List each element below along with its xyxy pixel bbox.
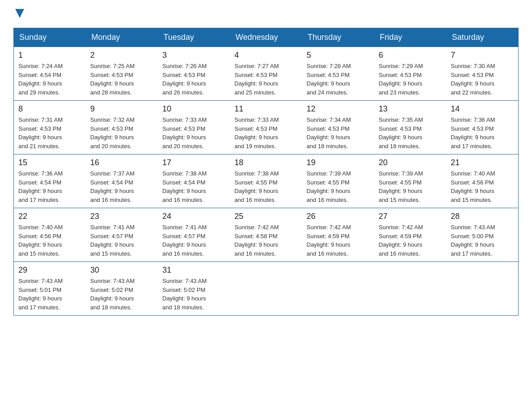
day-info: Sunrise: 7:35 AM Sunset: 4:53 PM Dayligh… — [379, 116, 442, 150]
calendar-cell: 4 Sunrise: 7:27 AM Sunset: 4:53 PM Dayli… — [230, 47, 302, 101]
logo-triangle-icon — [15, 9, 24, 18]
calendar-cell: 22 Sunrise: 7:40 AM Sunset: 4:56 PM Dayl… — [14, 208, 86, 262]
day-number: 16 — [90, 158, 154, 167]
calendar-cell: 15 Sunrise: 7:36 AM Sunset: 4:54 PM Dayl… — [14, 154, 86, 208]
calendar-cell: 7 Sunrise: 7:30 AM Sunset: 4:53 PM Dayli… — [446, 47, 519, 101]
day-info: Sunrise: 7:36 AM Sunset: 4:53 PM Dayligh… — [451, 116, 514, 150]
day-number: 14 — [451, 104, 514, 114]
day-number: 8 — [18, 104, 82, 114]
day-info: Sunrise: 7:42 AM Sunset: 4:58 PM Dayligh… — [235, 223, 298, 258]
day-info: Sunrise: 7:31 AM Sunset: 4:53 PM Dayligh… — [18, 116, 82, 150]
calendar-cell: 18 Sunrise: 7:38 AM Sunset: 4:55 PM Dayl… — [230, 154, 302, 208]
day-info: Sunrise: 7:41 AM Sunset: 4:57 PM Dayligh… — [90, 223, 154, 258]
day-number: 2 — [90, 51, 154, 60]
weekday-header-saturday: Saturday — [446, 28, 519, 47]
calendar-cell: 1 Sunrise: 7:24 AM Sunset: 4:54 PM Dayli… — [14, 47, 86, 101]
day-info: Sunrise: 7:27 AM Sunset: 4:53 PM Dayligh… — [235, 62, 298, 97]
day-info: Sunrise: 7:41 AM Sunset: 4:57 PM Dayligh… — [163, 223, 226, 258]
day-info: Sunrise: 7:38 AM Sunset: 4:54 PM Dayligh… — [163, 169, 226, 204]
calendar-cell: 31 Sunrise: 7:43 AM Sunset: 5:02 PM Dayl… — [158, 262, 230, 316]
day-info: Sunrise: 7:33 AM Sunset: 4:53 PM Dayligh… — [235, 116, 298, 150]
day-number: 27 — [379, 212, 442, 221]
day-number: 28 — [451, 212, 514, 221]
day-number: 3 — [163, 51, 226, 60]
calendar-cell: 26 Sunrise: 7:42 AM Sunset: 4:59 PM Dayl… — [302, 208, 374, 262]
weekday-header-tuesday: Tuesday — [158, 28, 230, 47]
calendar-cell: 28 Sunrise: 7:43 AM Sunset: 5:00 PM Dayl… — [446, 208, 519, 262]
weekday-header-friday: Friday — [374, 28, 446, 47]
day-number: 10 — [163, 104, 226, 114]
day-number: 13 — [379, 104, 442, 114]
week-row-1: 1 Sunrise: 7:24 AM Sunset: 4:54 PM Dayli… — [14, 47, 519, 101]
day-number: 11 — [235, 104, 298, 114]
calendar-cell: 9 Sunrise: 7:32 AM Sunset: 4:53 PM Dayli… — [86, 101, 158, 154]
day-info: Sunrise: 7:43 AM Sunset: 5:01 PM Dayligh… — [18, 277, 82, 312]
calendar-cell: 19 Sunrise: 7:39 AM Sunset: 4:55 PM Dayl… — [302, 154, 374, 208]
calendar-cell: 6 Sunrise: 7:29 AM Sunset: 4:53 PM Dayli… — [374, 47, 446, 101]
weekday-header-wednesday: Wednesday — [230, 28, 302, 47]
day-number: 18 — [235, 158, 298, 167]
calendar-cell: 24 Sunrise: 7:41 AM Sunset: 4:57 PM Dayl… — [158, 208, 230, 262]
calendar-cell: 21 Sunrise: 7:40 AM Sunset: 4:56 PM Dayl… — [446, 154, 519, 208]
day-number: 26 — [307, 212, 370, 221]
day-number: 5 — [307, 51, 370, 60]
calendar-cell: 3 Sunrise: 7:26 AM Sunset: 4:53 PM Dayli… — [158, 47, 230, 101]
day-info: Sunrise: 7:28 AM Sunset: 4:53 PM Dayligh… — [307, 62, 370, 97]
week-row-3: 15 Sunrise: 7:36 AM Sunset: 4:54 PM Dayl… — [14, 154, 519, 208]
calendar-cell — [302, 262, 374, 316]
day-number: 4 — [235, 51, 298, 60]
day-info: Sunrise: 7:34 AM Sunset: 4:53 PM Dayligh… — [307, 116, 370, 150]
day-number: 24 — [163, 212, 226, 221]
day-number: 19 — [307, 158, 370, 167]
day-number: 12 — [307, 104, 370, 114]
day-info: Sunrise: 7:25 AM Sunset: 4:53 PM Dayligh… — [90, 62, 154, 97]
calendar-cell: 10 Sunrise: 7:33 AM Sunset: 4:53 PM Dayl… — [158, 101, 230, 154]
day-info: Sunrise: 7:39 AM Sunset: 4:55 PM Dayligh… — [379, 169, 442, 204]
day-info: Sunrise: 7:43 AM Sunset: 5:00 PM Dayligh… — [451, 223, 514, 258]
day-info: Sunrise: 7:40 AM Sunset: 4:56 PM Dayligh… — [18, 223, 82, 258]
calendar-cell: 11 Sunrise: 7:33 AM Sunset: 4:53 PM Dayl… — [230, 101, 302, 154]
day-info: Sunrise: 7:30 AM Sunset: 4:53 PM Dayligh… — [451, 62, 514, 97]
calendar-cell: 13 Sunrise: 7:35 AM Sunset: 4:53 PM Dayl… — [374, 101, 446, 154]
weekday-header-thursday: Thursday — [302, 28, 374, 47]
calendar-table: SundayMondayTuesdayWednesdayThursdayFrid… — [13, 28, 519, 316]
weekday-header-monday: Monday — [86, 28, 158, 47]
logo — [13, 9, 24, 19]
calendar-cell: 16 Sunrise: 7:37 AM Sunset: 4:54 PM Dayl… — [86, 154, 158, 208]
day-number: 23 — [90, 212, 154, 221]
weekday-header-sunday: Sunday — [14, 28, 86, 47]
day-number: 9 — [90, 104, 154, 114]
day-info: Sunrise: 7:39 AM Sunset: 4:55 PM Dayligh… — [307, 169, 370, 204]
calendar-cell: 20 Sunrise: 7:39 AM Sunset: 4:55 PM Dayl… — [374, 154, 446, 208]
calendar-cell — [374, 262, 446, 316]
day-info: Sunrise: 7:43 AM Sunset: 5:02 PM Dayligh… — [163, 277, 226, 312]
day-info: Sunrise: 7:32 AM Sunset: 4:53 PM Dayligh… — [90, 116, 154, 150]
calendar-cell — [230, 262, 302, 316]
day-number: 6 — [379, 51, 442, 60]
day-info: Sunrise: 7:42 AM Sunset: 4:59 PM Dayligh… — [379, 223, 442, 258]
calendar-header: SundayMondayTuesdayWednesdayThursdayFrid… — [14, 28, 519, 47]
calendar-cell: 2 Sunrise: 7:25 AM Sunset: 4:53 PM Dayli… — [86, 47, 158, 101]
week-row-5: 29 Sunrise: 7:43 AM Sunset: 5:01 PM Dayl… — [14, 262, 519, 316]
day-number: 31 — [163, 265, 226, 275]
day-number: 25 — [235, 212, 298, 221]
calendar-cell: 30 Sunrise: 7:43 AM Sunset: 5:02 PM Dayl… — [86, 262, 158, 316]
day-number: 30 — [90, 265, 154, 275]
day-info: Sunrise: 7:36 AM Sunset: 4:54 PM Dayligh… — [18, 169, 82, 204]
day-info: Sunrise: 7:26 AM Sunset: 4:53 PM Dayligh… — [163, 62, 226, 97]
header — [13, 9, 519, 19]
week-row-4: 22 Sunrise: 7:40 AM Sunset: 4:56 PM Dayl… — [14, 208, 519, 262]
day-info: Sunrise: 7:37 AM Sunset: 4:54 PM Dayligh… — [90, 169, 154, 204]
svg-marker-0 — [15, 9, 24, 18]
calendar-cell — [446, 262, 519, 316]
calendar-cell: 5 Sunrise: 7:28 AM Sunset: 4:53 PM Dayli… — [302, 47, 374, 101]
day-number: 15 — [18, 158, 82, 167]
week-row-2: 8 Sunrise: 7:31 AM Sunset: 4:53 PM Dayli… — [14, 101, 519, 154]
day-info: Sunrise: 7:43 AM Sunset: 5:02 PM Dayligh… — [90, 277, 154, 312]
weekday-header-row: SundayMondayTuesdayWednesdayThursdayFrid… — [14, 28, 519, 47]
calendar-cell: 17 Sunrise: 7:38 AM Sunset: 4:54 PM Dayl… — [158, 154, 230, 208]
calendar-cell: 27 Sunrise: 7:42 AM Sunset: 4:59 PM Dayl… — [374, 208, 446, 262]
day-info: Sunrise: 7:40 AM Sunset: 4:56 PM Dayligh… — [451, 169, 514, 204]
day-number: 21 — [451, 158, 514, 167]
day-info: Sunrise: 7:33 AM Sunset: 4:53 PM Dayligh… — [163, 116, 226, 150]
